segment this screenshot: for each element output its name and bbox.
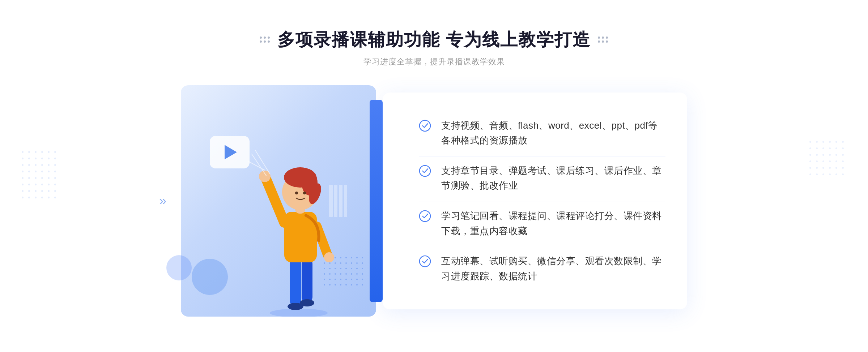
play-icon [225, 145, 237, 159]
svg-point-9 [324, 252, 334, 262]
header-section: 多项录播课辅助功能 专为线上教学打造 学习进度全掌握，提升录播课教学效果 [260, 28, 608, 67]
chevron-left-decoration: » [159, 193, 166, 209]
person-illustration [248, 136, 349, 317]
feature-text-2: 支持章节目录、弹题考试、课后练习、课后作业、章节测验、批改作业 [441, 163, 665, 193]
page-subtitle: 学习进度全掌握，提升录播课教学效果 [260, 56, 608, 67]
circle-decoration-1 [192, 259, 228, 295]
svg-point-0 [270, 309, 328, 317]
bg-dots-left [22, 151, 59, 201]
svg-point-17 [420, 120, 430, 131]
check-icon-4 [419, 255, 431, 267]
svg-point-20 [420, 256, 430, 267]
feature-text-4: 互动弹幕、试听购买、微信分享、观看次数限制、学习进度跟踪、数据统计 [441, 254, 665, 284]
bg-dots-right [809, 141, 846, 178]
header-dots-left [260, 37, 270, 43]
svg-point-18 [420, 166, 430, 176]
check-icon-2 [419, 165, 431, 177]
content-panel: 支持视频、音频、flash、word、excel、ppt、pdf等各种格式的资源… [383, 93, 687, 309]
feature-text-1: 支持视频、音频、flash、word、excel、ppt、pdf等各种格式的资源… [441, 118, 665, 148]
feature-item-1: 支持视频、音频、flash、word、excel、ppt、pdf等各种格式的资源… [419, 112, 665, 155]
check-icon-1 [419, 120, 431, 132]
main-content: » [181, 85, 687, 317]
svg-rect-2 [302, 259, 312, 302]
check-icon-3 [419, 210, 431, 222]
header-title-row: 多项录播课辅助功能 专为线上教学打造 [260, 28, 608, 51]
feature-item-4: 互动弹幕、试听购买、微信分享、观看次数限制、学习进度跟踪、数据统计 [419, 247, 665, 290]
svg-rect-1 [290, 259, 301, 306]
play-bubble [210, 136, 250, 168]
feature-text-3: 学习笔记回看、课程提问、课程评论打分、课件资料下载，重点内容收藏 [441, 209, 665, 239]
svg-point-16 [303, 192, 306, 194]
page-title: 多项录播课辅助功能 专为线上教学打造 [277, 28, 590, 51]
svg-point-19 [420, 211, 430, 222]
circle-decoration-2 [166, 255, 192, 280]
feature-item-2: 支持章节目录、弹题考试、课后练习、课后作业、章节测验、批改作业 [419, 156, 665, 200]
svg-point-15 [295, 192, 298, 194]
header-dots-right [598, 37, 608, 43]
illustration-panel [181, 85, 376, 317]
svg-line-6 [266, 179, 284, 223]
page-wrapper: 多项录播课辅助功能 专为线上教学打造 学习进度全掌握，提升录播课教学效果 » [0, 14, 868, 338]
svg-point-4 [300, 299, 314, 306]
side-bar-decoration [370, 100, 383, 302]
feature-item-3: 学习笔记回看、课程提问、课程评论打分、课件资料下载，重点内容收藏 [419, 202, 665, 245]
